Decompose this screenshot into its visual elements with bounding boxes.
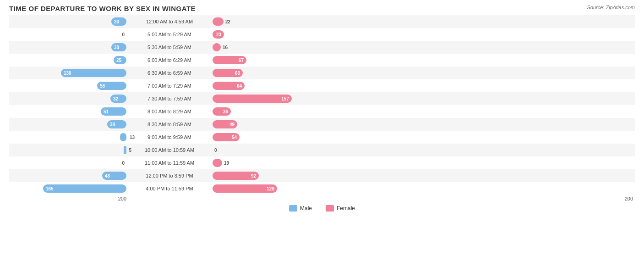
male-bar: 48 xyxy=(102,172,126,180)
male-value: 58 xyxy=(100,84,105,89)
female-bar: 36 xyxy=(213,107,231,116)
table-row: 256:00 AM to 6:29 AM67 xyxy=(9,54,635,67)
legend-female-label: Female xyxy=(337,205,355,212)
table-row: 3012:00 AM to 4:59 AM22 xyxy=(9,15,635,28)
time-label: 7:30 AM to 7:59 AM xyxy=(128,96,211,101)
female-value: 128 xyxy=(267,186,274,191)
table-row: 139:00 AM to 9:59 AM54 xyxy=(9,131,635,144)
female-bar: 60 xyxy=(213,69,243,77)
female-value: 49 xyxy=(229,122,235,127)
chart-container: TIME OF DEPARTURE TO WORK BY SEX IN WING… xyxy=(0,0,644,273)
female-bar: 22 xyxy=(213,17,224,26)
legend-male-label: Male xyxy=(300,205,312,212)
time-label: 8:00 AM to 8:29 AM xyxy=(128,109,211,114)
time-label: 6:30 AM to 6:59 AM xyxy=(128,70,211,76)
time-label: 9:00 AM to 9:59 AM xyxy=(128,134,211,140)
female-value: 23 xyxy=(216,32,221,37)
time-label: 7:00 AM to 7:29 AM xyxy=(128,83,211,89)
male-bar: 165 xyxy=(43,184,126,193)
female-value: 19 xyxy=(224,161,229,166)
male-bar: 32 xyxy=(110,95,126,103)
time-label: 5:30 AM to 5:59 AM xyxy=(128,45,211,50)
female-bar: 19 xyxy=(213,159,222,167)
table-row: 518:00 AM to 8:29 AM36 xyxy=(9,105,635,118)
male-value: 32 xyxy=(113,96,118,101)
male-bar: 30 xyxy=(111,43,126,51)
male-value: 0 xyxy=(122,32,125,37)
male-bar: 38 xyxy=(107,120,126,128)
female-value: 92 xyxy=(251,173,256,178)
female-value: 60 xyxy=(235,71,240,76)
female-value: 0 xyxy=(214,148,217,153)
table-row: 4812:00 PM to 3:59 PM92 xyxy=(9,169,635,182)
legend-male: Male xyxy=(289,205,312,212)
axis-right-value: 200 xyxy=(211,196,635,201)
axis-left-value: 200 xyxy=(9,196,128,201)
time-label: 12:00 AM to 4:59 AM xyxy=(128,19,211,24)
table-row: 05:00 AM to 5:29 AM23 xyxy=(9,28,635,41)
male-value: 130 xyxy=(64,71,71,76)
male-value: 48 xyxy=(105,173,110,178)
chart-title: TIME OF DEPARTURE TO WORK BY SEX IN WING… xyxy=(9,5,635,12)
axis-bottom: 200 200 xyxy=(9,196,635,201)
female-bar: 64 xyxy=(213,82,245,90)
male-value: 165 xyxy=(46,186,54,191)
female-value: 67 xyxy=(239,58,244,63)
female-bar: 16 xyxy=(213,43,221,51)
female-value: 64 xyxy=(237,84,242,89)
female-value: 16 xyxy=(223,45,228,50)
table-row: 1306:30 AM to 6:59 AM60 xyxy=(9,67,635,79)
legend-male-color xyxy=(289,205,297,212)
legend-female: Female xyxy=(326,205,355,212)
male-bar: 5 xyxy=(124,146,126,154)
time-label: 4:00 PM to 11:59 PM xyxy=(128,186,211,191)
female-bar: 54 xyxy=(213,133,240,141)
legend: Male Female xyxy=(9,205,635,212)
male-bar: 58 xyxy=(97,82,126,90)
male-bar: 13 xyxy=(120,133,126,141)
male-value: 30 xyxy=(114,19,119,24)
female-value: 157 xyxy=(281,96,289,101)
table-row: 327:30 AM to 7:59 AM157 xyxy=(9,92,635,105)
female-value: 54 xyxy=(232,135,237,140)
table-row: 510:00 AM to 10:59 AM0 xyxy=(9,144,635,156)
male-value: 38 xyxy=(110,122,115,127)
male-value: 51 xyxy=(104,109,109,114)
female-value: 36 xyxy=(223,109,228,114)
time-label: 6:00 AM to 6:29 AM xyxy=(128,57,211,63)
male-bar: 130 xyxy=(61,69,126,77)
male-bar: 51 xyxy=(101,107,126,116)
male-value: 0 xyxy=(122,161,125,166)
time-label: 8:30 AM to 8:59 AM xyxy=(128,122,211,127)
time-label: 5:00 AM to 5:29 AM xyxy=(128,32,211,37)
female-bar: 23 xyxy=(213,30,224,39)
female-bar: 128 xyxy=(213,184,277,193)
table-row: 1654:00 PM to 11:59 PM128 xyxy=(9,182,635,195)
female-bar: 67 xyxy=(213,56,246,64)
time-label: 11:00 AM to 11:59 AM xyxy=(128,160,211,166)
male-value: 25 xyxy=(116,58,121,63)
time-label: 12:00 PM to 3:59 PM xyxy=(128,173,211,178)
male-value: 30 xyxy=(114,45,119,50)
legend-female-color xyxy=(326,205,334,212)
table-row: 011:00 AM to 11:59 AM19 xyxy=(9,156,635,169)
source-label: Source: ZipAtlas.com xyxy=(587,5,635,10)
female-bar: 92 xyxy=(213,172,259,180)
table-row: 305:30 AM to 5:59 AM16 xyxy=(9,41,635,54)
time-label: 10:00 AM to 10:59 AM xyxy=(128,147,211,153)
male-bar: 30 xyxy=(111,17,126,26)
female-bar: 157 xyxy=(213,95,292,103)
chart-body: 3012:00 AM to 4:59 AM2205:00 AM to 5:29 … xyxy=(9,15,635,195)
table-row: 587:00 AM to 7:29 AM64 xyxy=(9,79,635,92)
male-bar: 25 xyxy=(114,56,126,64)
female-value: 22 xyxy=(225,19,230,24)
female-bar: 49 xyxy=(213,120,237,128)
table-row: 388:30 AM to 8:59 AM49 xyxy=(9,118,635,131)
